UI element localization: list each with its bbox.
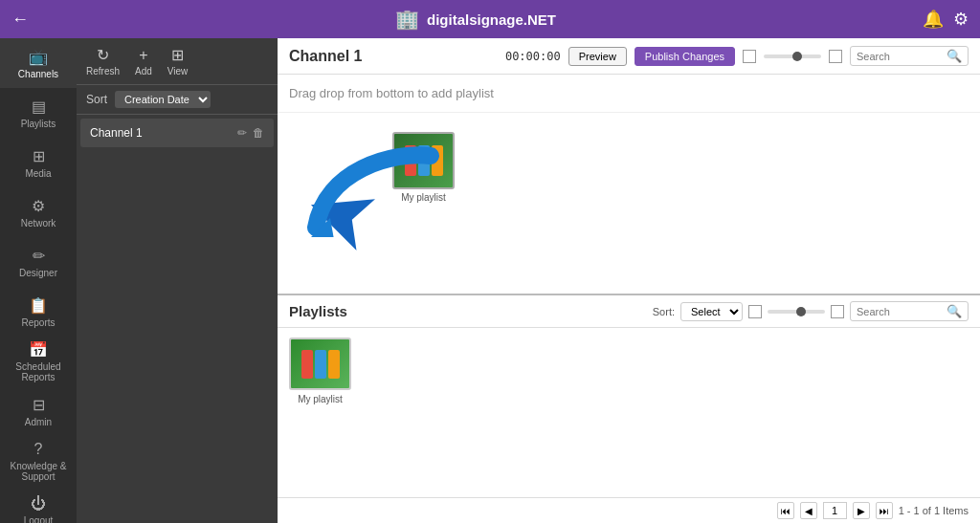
dragged-playlist-thumb[interactable]: My playlist xyxy=(392,132,455,203)
app-title: digitalsignage.NET xyxy=(427,11,556,28)
view-icon: ⊞ xyxy=(171,46,184,64)
reports-icon: 📋 xyxy=(29,296,48,315)
back-button[interactable]: ← xyxy=(11,10,29,30)
sidebar-item-network[interactable]: ⚙ Network xyxy=(0,187,77,237)
channel-controls: 00:00:00 Preview Publish Changes 🔍 xyxy=(505,46,969,66)
preview-button[interactable]: Preview xyxy=(568,47,627,66)
sidebar-item-media[interactable]: ⊞ Media xyxy=(0,138,77,187)
extra-checkbox[interactable] xyxy=(829,50,842,63)
refresh-button[interactable]: ↻ Refresh xyxy=(86,46,120,76)
media-icon: ⊞ xyxy=(33,147,45,165)
knowledge-icon: ? xyxy=(34,441,43,458)
sort-label: Sort xyxy=(86,93,107,106)
designer-icon: ✏ xyxy=(33,247,45,265)
playlists-sort-label: Sort: xyxy=(653,306,675,317)
page-number-input[interactable] xyxy=(823,502,847,519)
playlists-slider-thumb xyxy=(796,307,806,316)
playlists-icon: ▤ xyxy=(32,98,46,116)
playlist-item-name: My playlist xyxy=(298,394,343,404)
channel-actions: ✏ 🗑 xyxy=(237,126,264,140)
drop-zone: Drag drop from bottom to add playlist xyxy=(278,75,980,113)
search-icon[interactable]: 🔍 xyxy=(947,49,962,63)
add-button[interactable]: + Add xyxy=(135,47,152,76)
sort-dropdown[interactable]: Creation Date xyxy=(115,91,211,108)
playlists-search-box: 🔍 xyxy=(850,301,969,321)
settings-icon[interactable]: ⚙ xyxy=(953,9,969,30)
sidebar-item-scheduled-reports[interactable]: 📅 Scheduled Reports xyxy=(0,337,77,386)
canvas-area: My playlist ➤ xyxy=(278,113,980,294)
playlists-header: Playlists Sort: Select 🔍 xyxy=(278,295,980,328)
sidebar-item-channels[interactable]: 📺 Channels xyxy=(0,38,77,88)
logout-icon: ⏻ xyxy=(31,495,46,512)
playlists-body: My playlist xyxy=(278,328,980,497)
dragged-thumb-label: My playlist xyxy=(392,192,455,203)
top-navigation: ← 🏢 digitalsignage.NET 🔔 ⚙ xyxy=(0,0,980,38)
first-page-button[interactable]: ⏮ xyxy=(777,502,794,519)
playlists-checkbox[interactable] xyxy=(748,305,762,318)
view-button[interactable]: ⊞ View xyxy=(167,46,189,76)
svg-marker-0 xyxy=(306,218,335,237)
app-logo-icon: 🏢 xyxy=(395,8,419,31)
sidebar-label-admin: Admin xyxy=(25,417,52,427)
delete-icon[interactable]: 🗑 xyxy=(253,126,264,140)
sidebar: 📺 Channels ▤ Playlists ⊞ Media ⚙ Network… xyxy=(0,38,77,523)
channel-search-box: 🔍 xyxy=(850,46,969,66)
playlists-sort-dropdown[interactable]: Select xyxy=(680,302,743,321)
playlists-slider[interactable] xyxy=(768,310,825,314)
playlist-thumbnail-image xyxy=(289,338,351,390)
panel-toolbar: ↻ Refresh + Add ⊞ View xyxy=(77,38,278,85)
sidebar-label-logout: Logout xyxy=(24,515,54,523)
slider-thumb xyxy=(792,52,802,61)
playlists-section: Playlists Sort: Select 🔍 xyxy=(278,294,980,523)
channel-list-item[interactable]: Channel 1 ✏ 🗑 xyxy=(80,119,274,147)
drop-zone-text: Drag drop from bottom to add playlist xyxy=(289,86,494,100)
playlists-extra-checkbox[interactable] xyxy=(831,305,844,318)
sidebar-label-reports: Reports xyxy=(21,317,55,328)
admin-icon: ⊟ xyxy=(33,396,45,414)
sidebar-label-network: Network xyxy=(21,218,56,229)
network-icon: ⚙ xyxy=(32,197,45,215)
channel-item-name: Channel 1 xyxy=(90,126,143,140)
sidebar-label-playlists: Playlists xyxy=(21,119,56,129)
sidebar-item-admin[interactable]: ⊟ Admin xyxy=(0,386,77,436)
main-content: Channel 1 00:00:00 Preview Publish Chang… xyxy=(278,38,980,523)
channel-title: Channel 1 xyxy=(289,48,362,65)
sidebar-label-designer: Designer xyxy=(19,268,57,278)
notification-icon[interactable]: 🔔 xyxy=(923,9,944,30)
last-page-button[interactable]: ⏭ xyxy=(876,502,893,519)
playlists-title: Playlists xyxy=(289,303,347,319)
prev-page-button[interactable]: ◀ xyxy=(800,502,817,519)
playlist-item[interactable]: My playlist xyxy=(289,338,351,404)
playlists-controls: Sort: Select 🔍 xyxy=(653,301,969,321)
sidebar-item-designer[interactable]: ✏ Designer xyxy=(0,237,77,287)
channel-header: Channel 1 00:00:00 Preview Publish Chang… xyxy=(278,38,980,75)
drag-arrow-icon: ➤ xyxy=(294,161,390,266)
time-display: 00:00:00 xyxy=(505,50,561,63)
refresh-icon: ↻ xyxy=(97,46,109,64)
add-icon: + xyxy=(139,47,147,64)
scheduled-icon: 📅 xyxy=(29,340,48,359)
next-page-button[interactable]: ▶ xyxy=(853,502,870,519)
sidebar-item-logout[interactable]: ⏻ Logout xyxy=(0,486,77,523)
pagination-info: 1 - 1 of 1 Items xyxy=(899,505,969,516)
sidebar-item-reports[interactable]: 📋 Reports xyxy=(0,287,77,337)
left-panel: ↻ Refresh + Add ⊞ View Sort Creation Dat… xyxy=(77,38,278,523)
sidebar-label-knowledge: Knowledge & Support xyxy=(4,461,73,482)
channel-search-input[interactable] xyxy=(857,51,943,62)
sidebar-label-media: Media xyxy=(25,168,51,179)
sidebar-item-knowledge[interactable]: ? Knowledge & Support xyxy=(0,436,77,486)
sidebar-label-scheduled: Scheduled Reports xyxy=(4,361,73,382)
sidebar-item-playlists[interactable]: ▤ Playlists xyxy=(0,88,77,138)
edit-icon[interactable]: ✏ xyxy=(237,126,247,140)
channels-icon: 📺 xyxy=(29,48,48,66)
playlists-search-icon[interactable]: 🔍 xyxy=(947,304,962,318)
sort-bar: Sort Creation Date xyxy=(77,85,278,115)
playlists-search-input[interactable] xyxy=(857,306,943,317)
publish-button[interactable]: Publish Changes xyxy=(635,47,735,66)
publish-checkbox[interactable] xyxy=(743,50,756,63)
pagination-bar: ⏮ ◀ ▶ ⏭ 1 - 1 of 1 Items xyxy=(278,497,980,523)
sidebar-label-channels: Channels xyxy=(18,69,58,79)
volume-slider[interactable] xyxy=(764,54,821,58)
